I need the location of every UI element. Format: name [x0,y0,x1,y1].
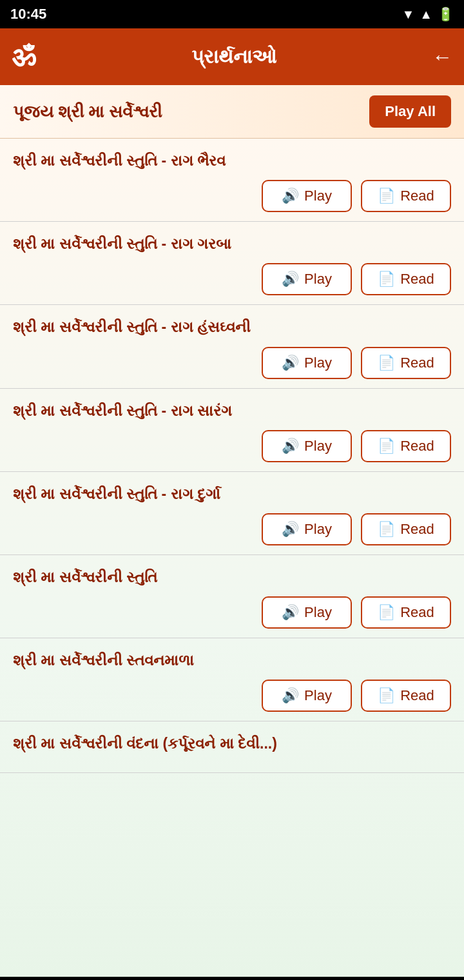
list-item: શ્રી મા સર્વેશ્વરીની સ્તુતિ - રાગ ભૈરવ 🔊… [0,139,464,222]
pdf-icon: 📄 [378,271,395,288]
read-button[interactable]: 📄 Read [361,263,451,295]
speaker-icon: 🔊 [282,271,299,288]
read-button[interactable]: 📄 Read [361,430,451,462]
read-label: Read [400,355,434,371]
pdf-icon: 📄 [378,687,395,704]
pdf-icon: 📄 [378,438,395,455]
speaker-icon: 🔊 [282,604,299,621]
item-title: શ્રી મા સર્વેશ્વરીની સ્તુતિ [13,567,451,587]
item-buttons: 🔊 Play 📄 Read [13,430,451,462]
content-area: શ્રી મા સર્વેશ્વરીની સ્તુતિ - રાગ ભૈરવ 🔊… [0,139,464,977]
list-item: શ્રી મા સર્વેશ્વરીની સ્તુતિ - રાગ હંસઘ્વ… [0,305,464,388]
play-label: Play [304,687,332,704]
list-item: શ્રી મા સર્વેશ્વરીની સ્તુતિ 🔊 Play 📄 Rea… [0,555,464,638]
status-icons: ▼ ▲ 🔋 [401,6,454,22]
item-title: શ્રી મા સર્વેશ્વરીની સ્તુતિ - રાગ ગરબા [13,233,451,254]
section-title-bar: પૂજ્ય શ્રી મા સર્વેશ્વરી Play All [0,85,464,139]
play-button[interactable]: 🔊 Play [262,596,352,629]
header-title: પ્રાર્થનાઓ [35,46,432,68]
speaker-icon: 🔊 [282,355,299,371]
list-item: શ્રી મા સર્વેશ્વરીની સ્તુતિ - રાગ સારંગ … [0,389,464,472]
read-label: Read [400,521,434,538]
section-title: પૂજ્ય શ્રી મા સર્વેશ્વરી [13,102,162,122]
battery-icon: 🔋 [438,6,454,22]
item-title: શ્રી મા સર્વેશ્વરીની સ્તુતિ - રાગ દુર્ગા [13,484,451,504]
signal-icon: ▲ [420,7,432,22]
app-header: ॐ પ્રાર્થનાઓ ← [0,28,464,85]
list-item: શ્રી મા સર્વેશ્વરીની સ્તુતિ - રાગ દુર્ગા… [0,472,464,555]
item-title: શ્રી મા સર્વેશ્વરીની સ્તુતિ - રાગ હંસઘ્વ… [13,317,451,337]
play-label: Play [304,604,332,621]
read-button[interactable]: 📄 Read [361,596,451,629]
play-button[interactable]: 🔊 Play [262,263,352,295]
read-label: Read [400,271,434,288]
play-all-button[interactable]: Play All [369,95,451,128]
play-label: Play [304,438,332,455]
play-button[interactable]: 🔊 Play [262,680,352,712]
read-button[interactable]: 📄 Read [361,513,451,545]
item-buttons: 🔊 Play 📄 Read [13,513,451,545]
read-label: Read [400,438,434,455]
read-button[interactable]: 📄 Read [361,180,451,212]
play-label: Play [304,188,332,204]
wifi-icon: ▼ [401,7,414,22]
pdf-icon: 📄 [378,521,395,538]
item-buttons: 🔊 Play 📄 Read [13,347,451,379]
play-button[interactable]: 🔊 Play [262,347,352,379]
item-buttons: 🔊 Play 📄 Read [13,180,451,212]
item-title: શ્રી મા સર્વેશ્વરીની સ્તુતિ - રાગ સારંગ [13,400,451,421]
list-item: શ્રી મા સર્વેશ્વરીની સ્તવનમાળા 🔊 Play 📄 … [0,638,464,721]
play-button[interactable]: 🔊 Play [262,513,352,545]
om-logo: ॐ [12,41,35,74]
bottom-bar: Free for personal use [0,977,464,980]
read-button[interactable]: 📄 Read [361,347,451,379]
list-item: શ્રી મા સર્વેશ્વરીની સ્તુતિ - રાગ ગરબા 🔊… [0,222,464,305]
speaker-icon: 🔊 [282,188,299,204]
speaker-icon: 🔊 [282,521,299,538]
pdf-icon: 📄 [378,188,395,204]
list-item: શ્રી મા સર્વેશ્વરીની વંદના (કર્પૂરવને મા… [0,721,464,772]
play-label: Play [304,521,332,538]
item-title: શ્રી મા સર્વેશ્વરીની સ્તુતિ - રાગ ભૈરવ [13,150,451,171]
status-time: 10:45 [10,6,46,23]
pdf-icon: 📄 [378,604,395,621]
speaker-icon: 🔊 [282,438,299,455]
play-label: Play [304,271,332,288]
item-title: શ્રી મા સર્વેશ્વરીની સ્તવનમાળા [13,650,451,671]
pdf-icon: 📄 [378,355,395,371]
item-buttons: 🔊 Play 📄 Read [13,596,451,629]
item-buttons: 🔊 Play 📄 Read [13,263,451,295]
read-label: Read [400,188,434,204]
play-button[interactable]: 🔊 Play [262,430,352,462]
read-label: Read [400,604,434,621]
item-title: શ્રી મા સર્વેશ્વરીની વંદના (કર્પૂરવને મા… [13,733,451,754]
play-label: Play [304,355,332,371]
read-label: Read [400,687,434,704]
back-button[interactable]: ← [432,45,452,69]
play-button[interactable]: 🔊 Play [262,180,352,212]
speaker-icon: 🔊 [282,687,299,704]
read-button[interactable]: 📄 Read [361,680,451,712]
status-bar: 10:45 ▼ ▲ 🔋 [0,0,464,28]
item-buttons: 🔊 Play 📄 Read [13,680,451,712]
